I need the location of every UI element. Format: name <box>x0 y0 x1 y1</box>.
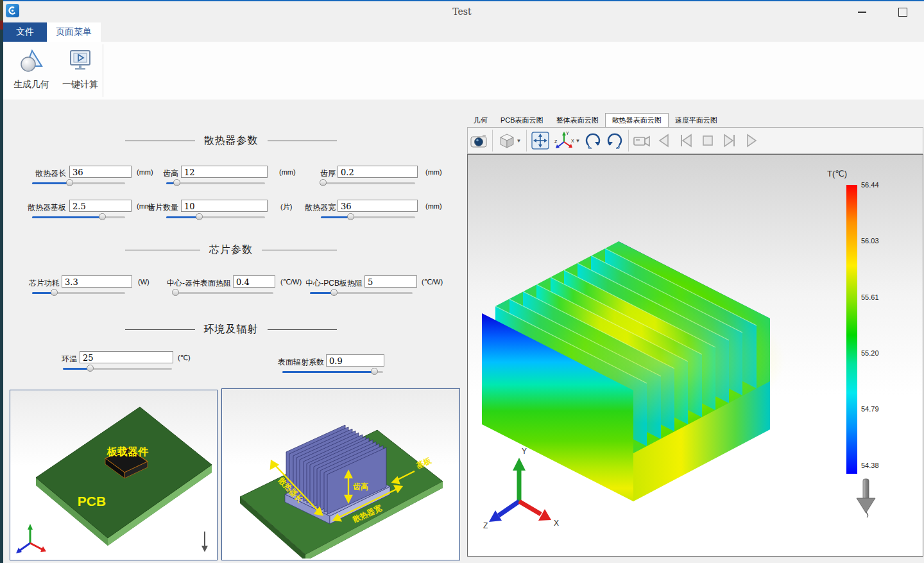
axis-z-label: Z <box>483 521 488 530</box>
field-label: 中心-器件表面热阻 <box>164 278 231 289</box>
gravity-arrow-icon <box>857 479 875 517</box>
fin-count-input[interactable] <box>181 200 268 212</box>
colorbar-tick: 55.61 <box>861 293 879 301</box>
chip-power-input[interactable] <box>62 275 132 288</box>
window-title: Test <box>0 6 924 17</box>
heatsink-length-input[interactable] <box>69 166 132 178</box>
field-label: 散热器宽 <box>295 202 336 213</box>
maximize-button[interactable] <box>893 5 912 19</box>
field-unit: (片) <box>280 202 292 212</box>
heatsink-width-input[interactable] <box>338 200 418 212</box>
field-unit: (℃/W) <box>422 278 443 286</box>
axis-triad <box>489 458 551 522</box>
field-label: 芯片功耗 <box>15 278 60 289</box>
colorbar-title: T(℃) <box>827 169 847 178</box>
generate-geometry-button[interactable]: 生成几何 <box>8 46 55 96</box>
tab-overall-surface-contour[interactable]: 整体表面云图 <box>550 114 605 127</box>
ambient-temp-slider[interactable] <box>63 365 172 372</box>
viewer-toolbar: ▼ Y Z X ▼ <box>467 127 923 154</box>
field-label: 齿高 <box>148 168 178 179</box>
play-backward-icon[interactable] <box>653 130 675 152</box>
play-forward-icon[interactable] <box>740 130 762 152</box>
fin-thickness-slider[interactable] <box>321 179 415 187</box>
view-cube-icon[interactable]: ▼ <box>495 130 524 152</box>
chip-label: 板载器件 <box>107 446 149 457</box>
tab-pcb-surface-contour[interactable]: PCB表面云图 <box>494 114 550 127</box>
ribbon: 生成几何 一键计算 <box>3 42 924 100</box>
menu-tab-bar: 文件 页面菜单 <box>3 22 101 42</box>
colorbar-tick: 56.44 <box>861 181 879 189</box>
colorbar-tick: 56.03 <box>861 237 879 245</box>
colorbar-tick: 54.38 <box>861 462 879 469</box>
fin-height-dimension-label: 齿高 <box>353 482 368 491</box>
fit-view-icon[interactable] <box>529 130 551 152</box>
svg-text:Y: Y <box>566 131 569 135</box>
field-unit: (mm) <box>425 168 442 176</box>
compute-icon <box>66 46 94 75</box>
screen-edge-sliver <box>0 0 3 563</box>
section-environment: 环境及辐射 <box>125 323 337 336</box>
heatsink-preview-canvas[interactable]: 散热器长 齿高 散热器宽 基板 <box>221 388 460 560</box>
field-label: 表面辐射系数 <box>276 357 324 368</box>
pcb-label: PCB <box>78 494 106 508</box>
emissivity-slider[interactable] <box>282 368 383 376</box>
screenshot-camera-icon[interactable] <box>468 130 490 152</box>
fin-height-input[interactable] <box>181 166 268 178</box>
axis-y-label: Y <box>522 447 527 456</box>
junction-board-resistance-slider[interactable] <box>310 289 413 297</box>
axis-orientation-icon[interactable]: Y Z X ▼ <box>551 130 582 152</box>
junction-case-resistance-slider[interactable] <box>174 289 273 297</box>
gravity-arrow-icon <box>201 532 208 552</box>
chip-power-slider[interactable] <box>32 289 125 297</box>
junction-case-resistance-input[interactable] <box>233 275 275 288</box>
stop-icon[interactable] <box>697 130 719 152</box>
junction-board-resistance-input[interactable] <box>364 275 417 288</box>
heatsink-width-slider[interactable] <box>321 213 415 221</box>
minimize-button[interactable] <box>852 5 871 19</box>
ambient-temp-input[interactable] <box>80 351 173 363</box>
tab-geometry[interactable]: 几何 <box>467 114 494 127</box>
viewer-tab-bar: 几何 PCB表面云图 整体表面云图 散热器表面云图 速度平面云图 <box>467 115 724 127</box>
field-label: 环温 <box>48 354 77 365</box>
emissivity-input[interactable] <box>326 354 384 367</box>
field-label: 齿厚 <box>304 168 336 179</box>
baseplate-input[interactable] <box>69 200 132 212</box>
field-label: 散热器基板 <box>15 202 66 213</box>
record-video-icon[interactable] <box>631 130 653 152</box>
colorbar-tick: 54.79 <box>861 405 879 413</box>
baseplate-slider[interactable] <box>32 213 125 221</box>
tab-page-menu[interactable]: 页面菜单 <box>47 22 101 42</box>
field-unit: (W) <box>138 278 150 286</box>
field-unit: (℃) <box>178 354 191 362</box>
colorbar <box>846 185 857 474</box>
field-label: 中心-PCB板热阻 <box>302 278 363 289</box>
geometry-icon <box>17 46 46 75</box>
ribbon-group-separator <box>103 44 103 97</box>
heatsink-length-slider[interactable] <box>32 179 125 187</box>
tab-file[interactable]: 文件 <box>3 22 47 42</box>
fin-thickness-input[interactable] <box>338 166 418 178</box>
rotate-clockwise-icon[interactable] <box>582 130 604 152</box>
one-click-compute-label: 一键计算 <box>62 79 98 91</box>
fin-height-slider[interactable] <box>166 179 265 187</box>
svg-text:X: X <box>571 139 574 143</box>
pcb-preview-canvas[interactable]: 板载器件 PCB <box>10 390 218 560</box>
field-label: 散热器长 <box>15 168 66 179</box>
skip-to-start-icon[interactable] <box>675 130 697 152</box>
main-area: 散热器参数 芯片参数 环境及辐射 散热器长 (mm) 齿高 (mm) 齿厚 (m… <box>3 100 924 563</box>
contour-3d-viewport[interactable]: Y Z X T(℃) 56.44 56.03 55.61 55.20 54.79… <box>467 154 923 557</box>
one-click-compute-button[interactable]: 一键计算 <box>57 46 103 96</box>
mini-axis-triad-icon <box>16 524 46 553</box>
rotate-counterclockwise-icon[interactable] <box>604 130 626 152</box>
tab-heatsink-surface-contour[interactable]: 散热器表面云图 <box>605 113 669 127</box>
title-bar: Test <box>0 0 924 22</box>
skip-to-end-icon[interactable] <box>719 130 740 152</box>
field-unit: (mm) <box>279 168 296 176</box>
tab-velocity-plane-contour[interactable]: 速度平面云图 <box>669 114 724 127</box>
field-unit: (mm) <box>425 202 442 210</box>
pcb-preview-image: 板载器件 PCB <box>10 390 216 559</box>
generate-geometry-label: 生成几何 <box>13 79 49 91</box>
fin-count-slider[interactable] <box>166 213 265 221</box>
svg-text:Z: Z <box>554 139 558 144</box>
field-label: 齿片数量 <box>138 202 178 213</box>
